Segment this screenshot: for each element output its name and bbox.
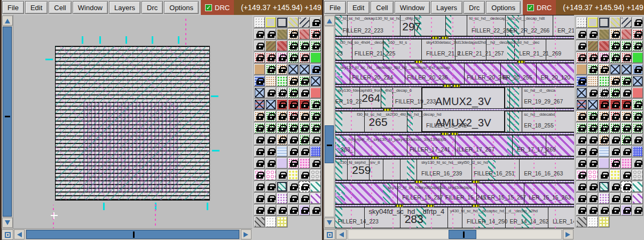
layer-swatch-r3c5[interactable] [299, 41, 310, 51]
layer-swatch-r13c3[interactable] [277, 158, 287, 169]
layer-swatch-r13c4[interactable] [610, 158, 621, 169]
layer-swatch-r2c1[interactable] [254, 29, 265, 39]
layer-swatch-r7c3[interactable] [277, 87, 287, 98]
layer-swatch-r11c4[interactable] [288, 134, 299, 145]
layer-swatch-r12c5[interactable] [621, 146, 632, 157]
layer-swatch-r13c1[interactable] [576, 158, 587, 169]
layer-swatch-r7c6[interactable] [632, 87, 643, 98]
layer-swatch-r10c6[interactable] [310, 123, 321, 133]
layer-swatch-r4c6[interactable] [632, 52, 643, 63]
layer-swatch-r5c2[interactable] [587, 64, 598, 75]
layer-swatch-r16c5[interactable] [621, 193, 632, 204]
scroll-right-button[interactable] [241, 229, 252, 239]
layer-swatch-r4c2[interactable] [265, 52, 276, 63]
layer-swatch-r18c1[interactable] [254, 217, 265, 227]
horizontal-scrollbar[interactable] [2, 228, 252, 240]
layer-swatch-r5c5[interactable] [621, 64, 632, 75]
layer-swatch-r6c6[interactable] [310, 76, 321, 86]
layout-canvas-overview[interactable] [13, 15, 252, 228]
layer-swatch-r17c1[interactable] [254, 205, 265, 215]
layer-swatch-r11c2[interactable] [587, 134, 598, 145]
layer-swatch-r13c2[interactable] [265, 158, 276, 169]
layer-swatch-r9c5[interactable] [299, 111, 310, 122]
scroll-down-button[interactable] [324, 218, 335, 228]
layer-swatch-r13c5[interactable] [299, 158, 310, 169]
scroll-left-button[interactable] [336, 229, 347, 239]
layer-swatch-r17c5[interactable] [621, 205, 632, 215]
menu-button-drc[interactable]: Drc [464, 1, 485, 14]
layer-swatch-r9c3[interactable] [277, 111, 287, 122]
layer-swatch-r6c6[interactable] [632, 76, 643, 86]
layer-swatch-r2c5[interactable] [621, 29, 632, 39]
layer-swatch-r6c4[interactable] [288, 76, 299, 86]
layer-swatch-r4c6[interactable] [310, 52, 321, 63]
layout-canvas-detail[interactable]: i30_fd_sc_hd__dekap130_fd_sc_hd__dfrtp_3… [335, 15, 574, 228]
horizontal-scroll-track[interactable] [26, 229, 240, 239]
layer-swatch-r10c3[interactable] [599, 123, 609, 133]
layer-swatch-r9c1[interactable] [576, 111, 587, 122]
layer-swatch-r8c3[interactable] [599, 99, 609, 110]
layer-swatch-r6c2[interactable] [587, 76, 598, 86]
layer-swatch-r4c3[interactable] [277, 52, 287, 63]
layer-swatch-r16c3[interactable] [599, 193, 609, 204]
menu-button-edit[interactable]: Edit [25, 1, 48, 14]
layer-swatch-r3c3[interactable] [599, 41, 609, 51]
layer-swatch-r7c2[interactable] [265, 87, 276, 98]
layer-swatch-r12c4[interactable] [610, 146, 621, 157]
vertical-scroll-track[interactable] [324, 26, 334, 217]
layer-swatch-r3c4[interactable] [610, 41, 621, 51]
layer-swatch-r12c2[interactable] [265, 146, 276, 157]
layer-swatch-r1c4[interactable] [610, 17, 621, 28]
layer-swatch-r6c1[interactable] [576, 76, 587, 86]
layer-swatch-r9c6[interactable] [632, 111, 643, 122]
layer-swatch-r17c2[interactable] [265, 205, 276, 215]
layer-swatch-r5c1[interactable] [254, 64, 265, 75]
layer-swatch-r7c1[interactable] [254, 87, 265, 98]
menu-button-cell[interactable]: Cell [371, 1, 393, 14]
layer-swatch-r18c1[interactable] [576, 217, 587, 227]
layer-swatch-r2c3[interactable] [599, 29, 609, 39]
layer-swatch-r16c2[interactable] [265, 193, 276, 204]
layer-swatch-r14c2[interactable] [265, 170, 276, 180]
horizontal-scroll-thumb[interactable] [26, 230, 239, 239]
layer-swatch-r7c4[interactable] [288, 87, 299, 98]
layer-swatch-r2c2[interactable] [587, 29, 598, 39]
layer-swatch-r16c4[interactable] [288, 193, 299, 204]
layer-swatch-r9c1[interactable] [254, 111, 265, 122]
layer-swatch-r6c1[interactable] [254, 76, 265, 86]
layer-swatch-r17c4[interactable] [610, 205, 621, 215]
layer-swatch-r13c6[interactable] [632, 158, 643, 169]
layer-swatch-r2c5[interactable] [299, 29, 310, 39]
menu-button-layers[interactable]: Layers [431, 1, 462, 14]
layer-swatch-r11c2[interactable] [265, 134, 276, 145]
layer-swatch-r3c1[interactable] [576, 41, 587, 51]
layer-swatch-r2c6[interactable] [310, 29, 321, 39]
layer-swatch-r15c1[interactable] [254, 181, 265, 192]
layer-swatch-r2c6[interactable] [632, 29, 643, 39]
vertical-scroll-thumb[interactable] [3, 27, 12, 217]
menu-button-file[interactable]: File [2, 1, 24, 14]
layer-swatch-r11c6[interactable] [310, 134, 321, 145]
layer-swatch-r12c4[interactable] [288, 146, 299, 157]
layer-swatch-r15c6[interactable] [310, 181, 321, 192]
layer-swatch-r15c4[interactable] [288, 181, 299, 192]
vertical-scrollbar[interactable] [2, 15, 13, 228]
layer-swatch-r2c4[interactable] [288, 29, 299, 39]
drc-checkbox-icon[interactable]: ✓ [527, 4, 534, 11]
layer-swatch-r10c3[interactable] [277, 123, 287, 133]
layer-swatch-r10c1[interactable] [254, 123, 265, 133]
layer-swatch-r8c1[interactable] [254, 99, 265, 110]
layer-swatch-r12c3[interactable] [599, 146, 609, 157]
horizontal-scrollbar[interactable] [324, 228, 574, 240]
layer-swatch-r3c1[interactable] [254, 41, 265, 51]
layer-swatch-r8c1[interactable] [576, 99, 587, 110]
layer-swatch-r14c5[interactable] [621, 170, 632, 180]
layer-swatch-r13c2[interactable] [587, 158, 598, 169]
layer-swatch-r5c3[interactable] [599, 64, 609, 75]
layer-swatch-r4c4[interactable] [610, 52, 621, 63]
layer-swatch-r8c6[interactable] [632, 99, 643, 110]
layer-swatch-r3c6[interactable] [310, 41, 321, 51]
menu-button-options[interactable]: Options [486, 1, 521, 14]
layer-swatch-r16c5[interactable] [299, 193, 310, 204]
drc-indicator[interactable]: ✓ DRC [201, 0, 234, 15]
